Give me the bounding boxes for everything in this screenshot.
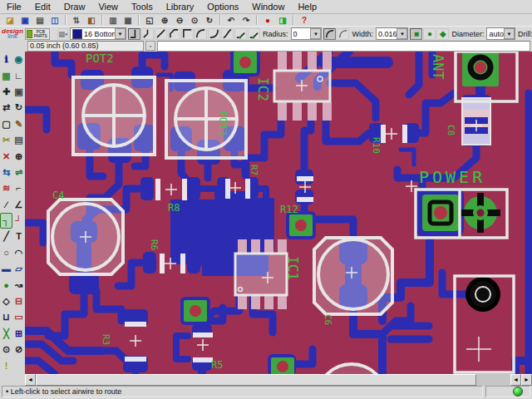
switch-editor-icon[interactable]: ⇅ — [69, 15, 84, 26]
bend-s-curve-icon[interactable] — [221, 28, 234, 40]
bend-45-start-icon[interactable] — [168, 28, 180, 40]
menu-library[interactable]: Library — [160, 1, 201, 12]
grid-button[interactable]: ▦ ▾ — [57, 28, 68, 40]
print-icon[interactable]: ▤ — [32, 15, 47, 26]
layer-select[interactable]: 16 Bottom ▼ — [70, 27, 126, 40]
layer-dropdown-arrow[interactable]: ▼ — [115, 28, 126, 39]
via-square-icon[interactable]: ■ — [410, 28, 422, 40]
mark-tool[interactable]: ∟ — [12, 67, 25, 83]
arc-tool[interactable]: ◠ — [12, 245, 25, 261]
radius-select[interactable]: 0 ▼ — [291, 27, 323, 40]
menu-tools[interactable]: Tools — [125, 1, 160, 12]
horizontal-scrollbar[interactable]: ◄ ◄ ► — [25, 374, 532, 386]
radius-dropdown-arrow[interactable]: ▼ — [310, 28, 321, 39]
info-tool[interactable]: ℹ — [0, 52, 12, 67]
ratsnest-tool[interactable]: ╳ — [0, 326, 12, 342]
bend-diagonal-icon[interactable] — [155, 28, 167, 40]
via-octagon-icon[interactable]: ◆ — [436, 28, 449, 40]
menu-options[interactable]: Options — [200, 1, 245, 12]
wire-tool[interactable]: ╱ — [0, 229, 12, 244]
text-tool[interactable]: T — [12, 229, 25, 244]
rotate-tool[interactable]: ↻ — [12, 100, 25, 116]
zoom-in-icon[interactable]: ⊕ — [157, 15, 172, 26]
change-tool[interactable]: ✎ — [12, 116, 25, 132]
via-round-icon[interactable]: ● — [423, 28, 436, 40]
zoom-select-icon[interactable]: ⊙ — [187, 15, 202, 26]
circle-tool[interactable]: ○ — [0, 245, 12, 261]
arc-left-thin-icon[interactable] — [337, 28, 349, 40]
mark-toggle-button[interactable]: ▫ — [145, 41, 155, 51]
traffic-light-icon[interactable]: ◨ — [275, 15, 290, 26]
use-library-icon[interactable]: ◧ — [84, 15, 99, 26]
move-tool[interactable]: ✚ — [0, 84, 12, 100]
bend-corner-end-icon[interactable] — [128, 28, 140, 40]
gateswap-tool[interactable]: ⇌ — [12, 165, 25, 180]
menu-draw[interactable]: Draw — [57, 1, 92, 12]
auto-tool[interactable]: ⊞ — [12, 326, 25, 342]
drc-tool[interactable]: ⊙ — [0, 342, 12, 357]
sheet-a-icon[interactable]: ▥ — [106, 15, 121, 26]
bend-corner-start-icon[interactable] — [181, 28, 194, 40]
stop-icon[interactable]: ● — [260, 15, 275, 26]
miter-tool[interactable]: ⌐ — [12, 180, 25, 196]
via-tool[interactable]: ● — [0, 277, 12, 293]
help-icon[interactable]: ? — [297, 15, 312, 26]
scrollbar-track[interactable] — [476, 374, 510, 386]
show-tool[interactable]: ◉ — [12, 52, 25, 67]
delete-tool[interactable]: ✕ — [0, 148, 12, 164]
hole-tool[interactable]: ◇ — [0, 293, 12, 309]
menu-file[interactable]: File — [0, 1, 28, 12]
scroll-left-button[interactable]: ◄ — [25, 374, 36, 386]
copy-tool[interactable]: ▣ — [12, 84, 25, 100]
scroll-left-button-2[interactable]: ◄ — [510, 374, 521, 386]
menu-help[interactable]: Help — [291, 1, 323, 12]
pinswap-tool[interactable]: ⇆ — [0, 165, 12, 180]
arc-left-bold-icon[interactable] — [323, 28, 336, 40]
zoom-redraw-icon[interactable]: ↻ — [202, 15, 217, 26]
paste-tool[interactable]: ▤ — [12, 132, 25, 148]
cut-tool[interactable]: ✂ — [0, 132, 12, 148]
errc-tool[interactable]: ⊘ — [12, 342, 25, 357]
dimension-tool[interactable]: ⊟ — [12, 293, 25, 309]
width-select[interactable]: 0.016 ▼ — [376, 27, 409, 40]
diameter-dropdown-arrow[interactable]: ▼ — [504, 28, 515, 39]
smd-tool[interactable]: ▭ — [12, 309, 25, 325]
mirror-tool[interactable]: ⇄ — [0, 100, 12, 116]
menu-view[interactable]: View — [91, 1, 125, 12]
group-tool[interactable]: ▢ — [0, 116, 12, 132]
polygon-tool[interactable]: ▱ — [12, 261, 25, 277]
rect-tool[interactable]: ▬ — [0, 261, 12, 277]
route-tool[interactable]: ┐ — [0, 213, 12, 229]
scrollbar-thumb[interactable] — [36, 374, 476, 386]
signal-tool[interactable]: ↝ — [12, 277, 25, 293]
add-tool[interactable]: ⊕ — [12, 148, 25, 164]
cam-processor-icon[interactable]: ◫ — [47, 15, 62, 26]
bend-arc-right-icon[interactable] — [208, 28, 220, 40]
redo-icon[interactable]: ↷ — [239, 15, 254, 26]
menu-window[interactable]: Window — [245, 1, 291, 12]
pcb-canvas[interactable]: POT2POT1IC2ANTR10C8POWERR7R12R8R6C4IC1C6… — [25, 52, 532, 374]
bend-arc-left-icon[interactable] — [195, 28, 207, 40]
miter-round-icon[interactable] — [234, 28, 247, 40]
display-tool[interactable]: ▦ — [0, 67, 12, 83]
zoom-fit-icon[interactable]: ◱ — [142, 15, 157, 26]
pcb-board[interactable]: POT2POT1IC2ANTR10C8POWERR7R12R8R6C4IC1C6… — [25, 52, 532, 374]
scroll-right-button[interactable]: ► — [521, 374, 532, 386]
smash-tool[interactable]: ≋ — [0, 180, 12, 196]
ripup-tool[interactable]: ┘ — [12, 213, 25, 229]
zoom-out-icon[interactable]: ⊖ — [172, 15, 187, 26]
menu-edit[interactable]: Edit — [28, 1, 57, 12]
pcb-parts-button[interactable]: PCB PARTS — [25, 28, 50, 40]
miter-straight-icon[interactable] — [248, 28, 260, 40]
save-icon[interactable]: ▣ — [17, 15, 32, 26]
pad-tool[interactable]: ⊔ — [0, 309, 12, 325]
split-tool[interactable]: ∕ — [0, 197, 12, 213]
width-dropdown-arrow[interactable]: ▼ — [397, 28, 407, 39]
command-input[interactable] — [157, 41, 530, 52]
sheet-b-icon[interactable]: ▦ — [121, 15, 135, 26]
open-icon[interactable]: ◪ — [2, 15, 17, 26]
diameter-select[interactable]: auto ▼ — [486, 27, 515, 40]
errors-tool[interactable]: ! — [0, 357, 12, 373]
bend-45-end-icon[interactable] — [141, 28, 154, 40]
undo-icon[interactable]: ↶ — [224, 15, 239, 26]
